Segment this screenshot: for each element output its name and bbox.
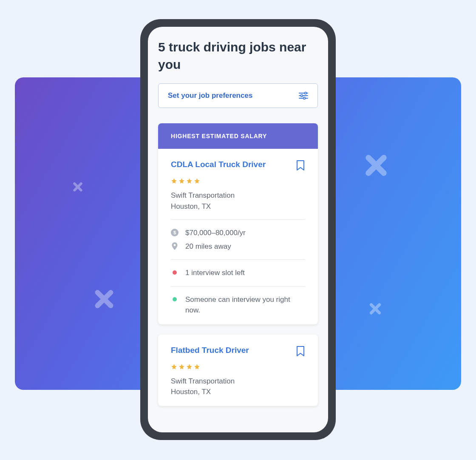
star-icon — [194, 363, 200, 370]
page-title: 5 truck driving jobs near you — [158, 39, 318, 73]
decoration-x-icon — [363, 154, 389, 179]
decoration-x-icon — [93, 289, 115, 311]
decoration-x-icon — [368, 303, 382, 316]
distance-text: 20 miles away — [185, 241, 305, 252]
decoration-x-icon — [72, 182, 83, 193]
bookmark-button[interactable] — [296, 346, 305, 358]
svg-point-1 — [305, 92, 307, 94]
highest-salary-badge: HIGHEST ESTIMATED SALARY — [158, 123, 318, 149]
dollar-icon: $ — [171, 229, 178, 236]
star-icon — [171, 363, 177, 370]
job-location: Houston, TX — [171, 386, 305, 398]
svg-point-3 — [301, 95, 303, 97]
star-icon — [186, 178, 193, 184]
salary-text: $70,000–80,000/yr — [185, 227, 305, 239]
rating-stars — [171, 363, 305, 370]
sliders-icon — [299, 91, 308, 100]
company-name: Swift Transportation — [171, 376, 305, 387]
divider — [171, 219, 305, 220]
job-card[interactable]: Flatbed Truck Driver Swift Transportatio… — [158, 335, 318, 406]
job-title[interactable]: CDLA Local Truck Driver — [171, 160, 266, 169]
interview-slots-text: 1 interview slot left — [185, 267, 305, 278]
bookmark-icon — [296, 160, 305, 171]
job-location: Houston, TX — [171, 201, 305, 212]
rating-stars — [171, 178, 305, 184]
star-icon — [171, 178, 177, 184]
divider — [171, 259, 305, 260]
star-icon — [178, 363, 185, 370]
bookmark-icon — [296, 346, 305, 357]
divider — [171, 286, 305, 287]
phone-screen: 5 truck driving jobs near you Set your j… — [148, 27, 328, 432]
available-indicator-icon — [173, 297, 177, 301]
company-name: Swift Transportation — [171, 190, 305, 201]
star-icon — [178, 178, 185, 184]
set-preferences-label: Set your job preferences — [168, 91, 252, 100]
svg-text:$: $ — [173, 230, 176, 235]
location-pin-icon — [171, 242, 178, 250]
phone-frame: 5 truck driving jobs near you Set your j… — [140, 19, 336, 440]
job-card[interactable]: HIGHEST ESTIMATED SALARY CDLA Local Truc… — [158, 123, 318, 324]
star-icon — [186, 363, 193, 370]
star-icon — [194, 178, 200, 184]
job-title[interactable]: Flatbed Truck Driver — [171, 346, 249, 355]
svg-point-5 — [303, 97, 306, 99]
availability-text: Someone can interview you right now. — [185, 294, 305, 316]
bookmark-button[interactable] — [296, 160, 305, 173]
set-preferences-button[interactable]: Set your job preferences — [158, 83, 318, 108]
urgency-indicator-icon — [173, 270, 177, 275]
